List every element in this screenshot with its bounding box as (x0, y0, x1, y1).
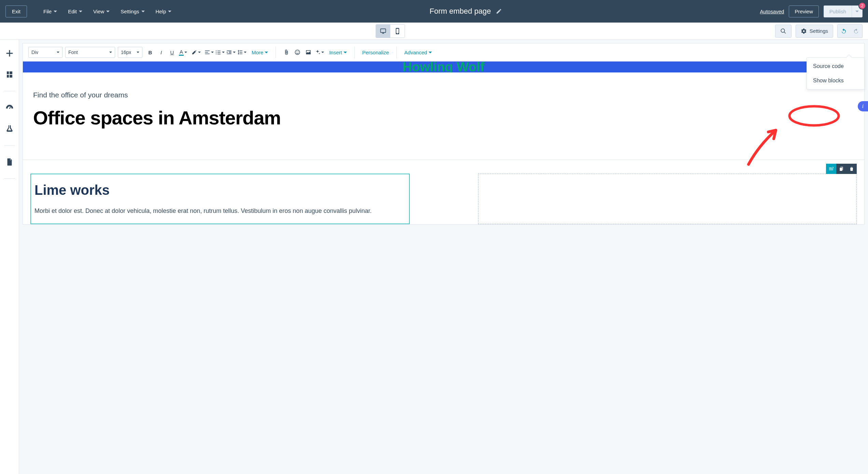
chevron-down-icon (168, 11, 171, 12)
chevron-down-icon (211, 52, 214, 53)
element-select[interactable]: Div (28, 47, 62, 58)
personalize-button[interactable]: Personalize (360, 50, 391, 55)
device-desktop-button[interactable] (376, 25, 390, 38)
emoji-icon (294, 49, 300, 55)
preview-button[interactable]: Preview (789, 5, 818, 17)
sparkle-icon (314, 49, 321, 55)
device-mobile-button[interactable] (390, 25, 405, 38)
module-toolbar (826, 164, 857, 174)
underline-icon: U (170, 50, 174, 55)
chevron-down-icon (141, 11, 145, 12)
file-icon (5, 158, 14, 166)
text-style-group: B I U A (145, 47, 188, 58)
emoji-button[interactable] (292, 47, 303, 58)
menu-edit-label: Edit (68, 9, 77, 14)
undo-button[interactable] (838, 25, 850, 38)
chevron-down-icon (233, 52, 236, 53)
chevron-down-icon (344, 52, 347, 53)
menu-view[interactable]: View (93, 9, 110, 14)
chevron-down-icon (137, 52, 139, 53)
chevron-down-icon (244, 52, 247, 53)
italic-button[interactable]: I (156, 47, 166, 58)
text-color-icon: A (179, 49, 184, 56)
module-delete-button[interactable] (846, 164, 857, 174)
svg-point-2 (298, 52, 298, 52)
sidebar-contents[interactable] (5, 70, 14, 79)
menu-show-blocks[interactable]: Show blocks (807, 73, 864, 88)
svg-point-1 (296, 52, 297, 52)
mobile-icon (394, 28, 401, 35)
menu-help[interactable]: Help (156, 9, 172, 14)
flask-icon (5, 125, 14, 133)
ai-button[interactable] (314, 47, 324, 58)
font-select[interactable]: Font (65, 47, 115, 58)
sidebar-file[interactable] (5, 157, 14, 167)
exit-button[interactable]: Exit (5, 5, 27, 17)
chevron-down-icon (855, 11, 859, 12)
chevron-down-icon (321, 52, 324, 53)
sidebar-test[interactable] (5, 124, 14, 134)
desktop-icon (380, 28, 387, 35)
format-divider (354, 46, 355, 58)
undo-icon (841, 28, 847, 34)
align-button[interactable] (204, 47, 214, 58)
publish-group: Publish 2 (824, 5, 863, 17)
column-left[interactable]: Lime works Morbi et dolor est. Donec at … (30, 174, 410, 224)
bullet-list-button[interactable] (215, 47, 225, 58)
module-clone-button[interactable] (836, 164, 846, 174)
gear-icon (801, 28, 807, 34)
bold-button[interactable]: B (145, 47, 155, 58)
menu-file-label: File (43, 9, 52, 14)
sidebar-add[interactable] (5, 49, 14, 58)
info-badge[interactable]: i (858, 101, 868, 111)
sidebar-optimize[interactable] (5, 103, 14, 112)
font-size-select[interactable]: 16px (118, 47, 142, 58)
advanced-menu: Source code Show blocks (807, 57, 865, 90)
italic-icon: I (160, 50, 162, 55)
pencil-icon[interactable] (496, 8, 502, 14)
left-sidebar (0, 40, 19, 474)
personalize-label: Personalize (362, 50, 389, 55)
highlight-group (191, 47, 201, 58)
attachment-button[interactable] (281, 47, 292, 58)
indent-button[interactable] (226, 47, 236, 58)
publish-button[interactable]: Publish (824, 5, 852, 17)
search-button[interactable] (775, 25, 792, 38)
chevron-down-icon (79, 11, 82, 12)
device-toggle (376, 24, 405, 38)
format-toolbar: Div Font 16px B I U A More (23, 43, 865, 62)
advanced-dropdown[interactable]: Advanced (402, 50, 434, 55)
page-heading: Office spaces in Amsterdam (33, 107, 854, 129)
hero-section[interactable]: Find the office of your dreams Office sp… (23, 72, 864, 160)
gauge-icon (5, 104, 14, 112)
settings-label: Settings (810, 28, 828, 34)
menu-source-code[interactable]: Source code (807, 59, 864, 73)
menu-file[interactable]: File (43, 9, 57, 14)
menu-settings[interactable]: Settings (121, 9, 144, 14)
more-dropdown[interactable]: More (250, 50, 270, 55)
menu-view-label: View (93, 9, 104, 14)
insert-icons (281, 47, 324, 58)
main-area: Div Font 16px B I U A More (0, 40, 868, 474)
image-button[interactable] (303, 47, 313, 58)
highlight-button[interactable] (191, 47, 201, 58)
redo-button[interactable] (850, 25, 862, 38)
chevron-down-icon (198, 52, 201, 53)
line-height-button[interactable] (237, 47, 247, 58)
svg-point-0 (295, 50, 300, 55)
chevron-down-icon (222, 52, 225, 53)
autosaved-link[interactable]: Autosaved (760, 9, 784, 14)
menu-edit[interactable]: Edit (68, 9, 82, 14)
settings-button[interactable]: Settings (796, 25, 833, 38)
columns: Lime works Morbi et dolor est. Donec at … (23, 160, 864, 224)
copy-icon (839, 166, 844, 172)
format-divider (396, 46, 397, 58)
text-color-button[interactable]: A (178, 47, 188, 58)
module-edit-button[interactable] (826, 164, 836, 174)
column-right[interactable] (478, 174, 857, 224)
page-title: Form embed page (430, 7, 491, 16)
insert-dropdown[interactable]: Insert (327, 50, 349, 55)
top-bar: Exit File Edit View Settings Help Form e… (0, 0, 868, 23)
element-select-value: Div (31, 50, 38, 55)
underline-button[interactable]: U (167, 47, 177, 58)
